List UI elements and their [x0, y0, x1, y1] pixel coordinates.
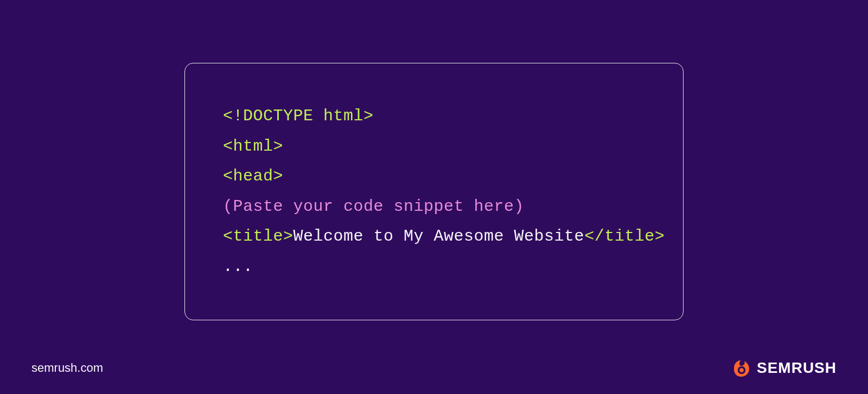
- brand-name: SEMRUSH: [757, 359, 837, 377]
- footer: semrush.com SEMRUSH: [0, 357, 868, 379]
- code-line-html: <html>: [223, 132, 650, 162]
- code-line-ellipsis: ...: [223, 252, 650, 282]
- code-line-placeholder: (Paste your code snippet here): [223, 192, 650, 222]
- code-line-head: <head>: [223, 162, 650, 192]
- title-open-tag: <title>: [223, 227, 293, 246]
- brand-logo: SEMRUSH: [730, 357, 837, 379]
- code-line-title: <title>Welcome to My Awesome Website</ti…: [223, 222, 650, 252]
- code-snippet-box: <!DOCTYPE html> <html> <head> (Paste you…: [184, 63, 684, 320]
- title-content: Welcome to My Awesome Website: [293, 227, 585, 246]
- code-line-doctype: <!DOCTYPE html>: [223, 101, 650, 132]
- title-close-tag: </title>: [584, 227, 665, 246]
- footer-url: semrush.com: [31, 361, 103, 375]
- semrush-flame-icon: [730, 357, 751, 379]
